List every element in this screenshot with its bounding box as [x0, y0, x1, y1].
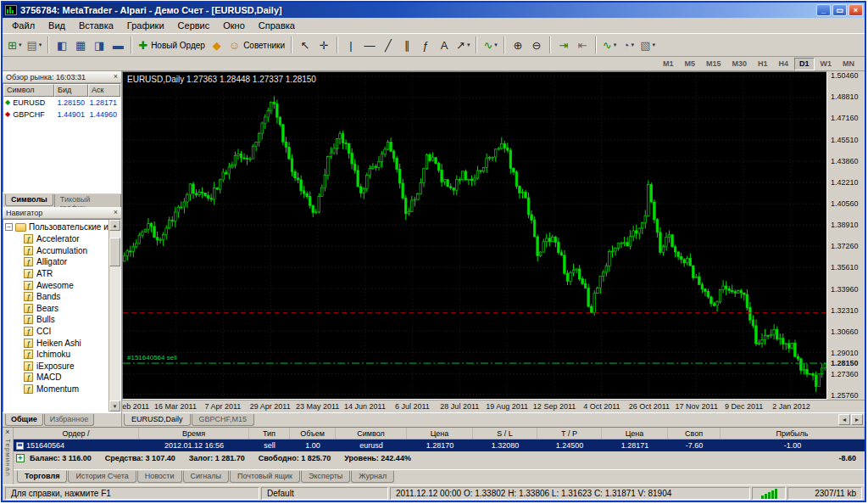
menu-item-Вид[interactable]: Вид: [42, 19, 72, 32]
timeframe-W1[interactable]: W1: [815, 58, 837, 70]
navigator-item-Accumulation[interactable]: ƒAccumulation: [3, 245, 108, 257]
menu-item-Вставка[interactable]: Вставка: [72, 19, 120, 32]
terminal-column-2[interactable]: Тип: [249, 428, 290, 439]
chart-plot[interactable]: EURUSD,Daily 1.27363 1.28448 1.27337 1.2…: [122, 71, 827, 400]
trendline-tool-button[interactable]: ╱: [379, 36, 398, 54]
terminal-column-5[interactable]: Цена: [407, 428, 473, 439]
timeframe-M5[interactable]: M5: [679, 58, 700, 70]
crosshair-button[interactable]: ✛: [314, 36, 333, 54]
market-watch-close-icon[interactable]: ×: [114, 73, 118, 81]
terminal-column-7[interactable]: T / P: [537, 428, 602, 439]
minimize-button[interactable]: _: [816, 4, 831, 16]
navigator-item-Heiken Ashi[interactable]: ƒHeiken Ashi: [3, 337, 108, 349]
navigator-item-ATR[interactable]: ƒATR: [3, 268, 108, 280]
close-button[interactable]: ×: [849, 4, 863, 16]
market-watch-tab-Символы[interactable]: Символы: [5, 194, 53, 206]
indicators-button[interactable]: ∿▾: [481, 36, 499, 54]
terminal-column-0[interactable]: Ордер /: [14, 428, 139, 439]
terminal-tab-Журнал[interactable]: Журнал: [351, 471, 394, 483]
navigator-item-Accelerator[interactable]: ƒAccelerator: [3, 233, 108, 245]
vertical-line-tool-button[interactable]: |: [342, 36, 360, 54]
chart-tab-EURUSD,Daily[interactable]: EURUSD,Daily: [124, 414, 191, 426]
scroll-track[interactable]: [109, 231, 120, 400]
templates-list-button[interactable]: ▧▾: [637, 36, 658, 54]
periods-list-button[interactable]: ◔▾: [619, 36, 637, 54]
terminal-column-9[interactable]: Своп: [668, 428, 721, 439]
indicators-list-button[interactable]: ∿▾: [600, 36, 619, 54]
zoom-out-button[interactable]: ⊖: [527, 36, 546, 54]
timeframe-M15[interactable]: M15: [701, 58, 726, 70]
profiles-button[interactable]: ▤▾: [24, 36, 44, 54]
terminal-tab-Новости[interactable]: Новости: [137, 471, 182, 483]
market-watch-toggle-button[interactable]: ◧: [53, 36, 71, 54]
terminal-toggle-button[interactable]: ▬: [108, 36, 127, 54]
tabs-scroll-right-icon[interactable]: ▸: [851, 414, 863, 425]
timeframe-H4[interactable]: H4: [773, 58, 793, 70]
terminal-tab-Эксперты[interactable]: Эксперты: [301, 471, 350, 483]
price-axis[interactable]: 1.504601.488101.471601.455101.438601.422…: [827, 71, 865, 400]
terminal-column-10[interactable]: Прибыль: [721, 428, 865, 439]
navigator-item-Bears[interactable]: ƒBears: [3, 303, 108, 315]
timeframe-M1[interactable]: M1: [658, 58, 679, 70]
metaeditor-button[interactable]: ◆: [208, 36, 226, 54]
title-bar[interactable]: 3756784: MetaTrader - Alpari - Демо Счет…: [3, 3, 865, 18]
market-watch-column-0[interactable]: Символ: [3, 84, 54, 97]
cursor-button[interactable]: ↖: [296, 36, 314, 54]
market-watch-column-2[interactable]: Аск: [88, 84, 120, 97]
scroll-down-icon[interactable]: ▼: [109, 400, 120, 412]
restore-button[interactable]: ▭: [832, 4, 847, 16]
navigator-close-icon[interactable]: ×: [114, 209, 118, 216]
terminal-column-headers[interactable]: Ордер /ВремяТипОбъемСимволЦенаS / LT / P…: [14, 428, 865, 440]
navigator-item-Bands[interactable]: ƒBands: [3, 291, 108, 303]
market-watch-row-GBPCHF[interactable]: ◆GBPCHF1.449011.44960: [3, 109, 120, 120]
menu-item-Графики[interactable]: Графики: [120, 19, 171, 32]
terminal-tab-Сигналы[interactable]: Сигналы: [183, 471, 230, 483]
scroll-up-icon[interactable]: ▲: [109, 220, 120, 231]
menu-item-Сервис[interactable]: Сервис: [171, 19, 217, 32]
navigator-item-Momentum[interactable]: ƒMomentum: [3, 384, 108, 395]
navigator-item-Ichimoku[interactable]: ƒIchimoku: [3, 349, 108, 361]
data-window-toggle-button[interactable]: ▦: [71, 36, 90, 54]
new-order-button[interactable]: ✚Новый Ордер: [136, 36, 208, 54]
navigator-header[interactable]: Навигатор ×: [3, 207, 121, 219]
expert-advisors-button[interactable]: ☺Советники: [226, 36, 287, 54]
menu-item-Окно[interactable]: Окно: [216, 19, 252, 32]
navigator-item-Bulls[interactable]: ƒBulls: [3, 314, 108, 326]
candlestick-chart[interactable]: [123, 72, 826, 399]
menu-item-Справка[interactable]: Справка: [252, 19, 302, 32]
navigator-item-MACD[interactable]: ƒMACD: [3, 372, 108, 384]
timeframe-M30[interactable]: M30: [726, 58, 752, 70]
menu-item-Файл[interactable]: Файл: [5, 19, 42, 32]
horizontal-line-tool-button[interactable]: ―: [360, 36, 379, 54]
navigator-tab-Избранное[interactable]: Избранное: [44, 414, 95, 426]
zoom-in-button[interactable]: ⊕: [509, 36, 527, 54]
tabs-scroll-left-icon[interactable]: ◂: [838, 414, 850, 425]
navigator-root-item[interactable]: −Пользовательские индикаторы: [3, 221, 108, 233]
auto-scroll-button[interactable]: ⇥: [554, 36, 573, 54]
timeframe-MN[interactable]: MN: [837, 58, 860, 70]
navigator-item-Alligator[interactable]: ƒAlligator: [3, 256, 108, 268]
terminal-close-icon[interactable]: ×: [5, 428, 9, 436]
text-tool-button[interactable]: A: [435, 36, 453, 54]
channel-tool-button[interactable]: ∥: [398, 36, 416, 54]
navigator-item-Awesome[interactable]: ƒAwesome: [3, 279, 108, 291]
timeframe-H1[interactable]: H1: [753, 58, 773, 70]
collapse-icon[interactable]: −: [5, 223, 13, 231]
open-order-row[interactable]: 1516405642012.01.12 16:56sell1.00eurusd1…: [14, 440, 865, 451]
terminal-tab-История Счета[interactable]: История Счета: [68, 471, 136, 483]
market-watch-column-1[interactable]: Бид: [54, 84, 88, 97]
terminal-tab-Почтовый ящик[interactable]: Почтовый ящик: [230, 471, 300, 483]
terminal-column-1[interactable]: Время: [139, 428, 249, 439]
navigator-item-iExposure[interactable]: ƒiExposure: [3, 361, 108, 372]
new-chart-button[interactable]: ⊞▾: [5, 36, 24, 54]
navigator-toggle-button[interactable]: ◨: [90, 36, 108, 54]
timeframe-D1[interactable]: D1: [794, 58, 815, 70]
market-watch-header[interactable]: Обзор рынка: 16:03:31 ×: [3, 71, 121, 83]
market-watch-row-EURUSD[interactable]: ◆EURUSD1.281501.28171: [3, 97, 120, 109]
terminal-column-6[interactable]: S / L: [473, 428, 537, 439]
terminal-column-8[interactable]: Цена: [602, 428, 668, 439]
navigator-scrollbar[interactable]: ▲ ▼: [108, 220, 120, 412]
terminal-column-4[interactable]: Символ: [336, 428, 407, 439]
terminal-tab-Торговля[interactable]: Торговля: [17, 471, 67, 483]
navigator-item-CCI[interactable]: ƒCCI: [3, 326, 108, 338]
